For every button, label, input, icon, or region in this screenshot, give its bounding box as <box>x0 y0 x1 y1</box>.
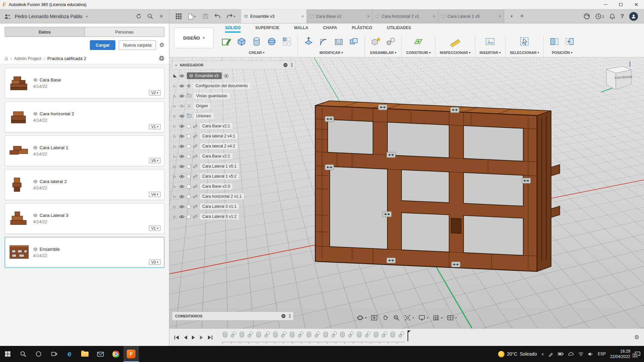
inspeccionar-menu[interactable]: INSPECCIONAR▾ <box>440 51 471 55</box>
minimize-panel-icon[interactable] <box>281 314 286 318</box>
skip-to-start-button[interactable] <box>174 335 179 340</box>
ribbon-tab-utilidades[interactable]: UTILIDADES <box>387 25 411 33</box>
new-folder-button[interactable]: Nueva carpeta <box>119 40 156 50</box>
root-component-chip[interactable]: Ensamble v3 <box>187 72 222 79</box>
ribbon-tab-solido[interactable]: SOLIDO <box>225 25 240 33</box>
seleccionar-menu[interactable]: SELECCIONAR▾ <box>510 51 539 55</box>
rectangular-pattern-button[interactable] <box>280 35 293 48</box>
visibility-eye-icon[interactable] <box>179 134 184 138</box>
zoom-button[interactable] <box>393 314 400 321</box>
timeline-body-feature-icon[interactable] <box>339 330 346 339</box>
home-icon[interactable]: ⌂ <box>5 55 8 61</box>
expand-arrow-icon[interactable]: ▷ <box>173 84 177 88</box>
ensamblar-menu[interactable]: ENSAMBLAR▾ <box>370 51 396 55</box>
timeline-body-feature-icon[interactable] <box>322 330 329 339</box>
undo-icon[interactable] <box>213 12 222 21</box>
timeline-track[interactable] <box>222 330 408 344</box>
pen-icon[interactable] <box>548 352 553 357</box>
tab-cara-lateral-1-v5[interactable]: Cara Lateral 1 v5 × <box>438 9 504 23</box>
skip-to-end-button[interactable] <box>208 335 213 340</box>
timeline-body-feature-icon[interactable] <box>389 330 396 339</box>
timeline-joint-feature-icon[interactable] <box>264 330 270 339</box>
measure-button[interactable] <box>449 35 462 48</box>
version-badge[interactable]: V3▾ <box>149 259 161 265</box>
visibility-eye-icon[interactable] <box>179 94 184 98</box>
upload-button[interactable]: Cargar <box>90 40 115 50</box>
visibility-eye-off-icon[interactable] <box>179 104 184 108</box>
tab-ensamble-v3[interactable]: Ensamble v3 × <box>241 9 307 23</box>
version-badge[interactable]: V4▾ <box>149 192 161 197</box>
capture-position-button[interactable] <box>548 35 561 48</box>
user-menu-caret-icon[interactable]: ▾ <box>86 15 88 18</box>
grid-settings-button[interactable]: ▾ <box>433 314 443 321</box>
refresh-icon[interactable] <box>134 12 143 21</box>
timeline-body-feature-icon[interactable] <box>289 330 296 339</box>
timeline-joint-feature-icon[interactable] <box>364 330 371 339</box>
expand-arrow-icon[interactable]: ▷ <box>173 165 177 168</box>
visibility-eye-icon[interactable] <box>179 205 184 208</box>
timeline-body-feature-icon[interactable] <box>238 330 245 339</box>
timeline-body-feature-icon[interactable] <box>373 330 379 339</box>
crear-menu[interactable]: CREAR▾ <box>249 51 265 55</box>
timeline-body-feature-icon[interactable] <box>255 330 262 339</box>
panel-settings-gear-icon[interactable]: ⚙ <box>159 42 164 49</box>
visibility-eye-icon[interactable] <box>179 144 184 148</box>
cortana-icon[interactable] <box>31 346 46 362</box>
navigator-row-component[interactable]: ▷ Cara horizontal 2 v1:1 <box>172 191 296 201</box>
look-at-button[interactable] <box>371 314 378 321</box>
ribbon-tab-malla[interactable]: MALLA <box>294 25 308 33</box>
navigator-row-component[interactable]: ▷ Cara lateral 2 v4:2 <box>172 141 296 151</box>
minimize-panel-icon[interactable] <box>283 63 288 67</box>
tab-close-icon[interactable]: × <box>498 14 501 19</box>
language-indicator[interactable]: ESP <box>598 352 606 356</box>
timeline-body-feature-icon[interactable] <box>272 330 279 339</box>
job-status-icon[interactable] <box>584 13 590 19</box>
timeline-joint-feature-icon[interactable] <box>280 330 287 339</box>
show-data-panel-icon[interactable] <box>174 12 183 21</box>
timeline-body-feature-icon[interactable] <box>356 330 363 339</box>
construir-menu[interactable]: CONSTRUIR▾ <box>406 51 431 55</box>
ribbon-tab-superficie[interactable]: SUPERFICIE <box>255 25 279 33</box>
new-component-button[interactable] <box>369 35 382 48</box>
tab-close-icon[interactable]: × <box>301 14 304 19</box>
navigator-row-saved-views[interactable]: ▷ Vistas guardadas <box>172 91 296 101</box>
notifications-bell-icon[interactable] <box>609 13 615 19</box>
navigator-row-component[interactable]: ▷ Cara Lateral 3 v1:2 <box>172 212 296 222</box>
expand-arrow-icon[interactable]: ▷ <box>173 215 177 219</box>
user-name[interactable]: Pedro Leonardo Mendoza Pablo <box>15 14 83 19</box>
list-item-cara-lateral-3[interactable]: Cara Lateral 3 4/14/22 V1▾ <box>5 203 164 234</box>
visibility-eye-icon[interactable] <box>179 114 184 118</box>
redo-icon[interactable]: ▾ <box>225 12 236 21</box>
step-forward-button[interactable] <box>200 335 204 340</box>
visibility-eye-icon[interactable] <box>179 84 184 88</box>
tab-list-caret-icon[interactable]: ▾ <box>507 12 516 21</box>
fit-view-button[interactable]: ▾ <box>404 314 414 321</box>
version-badge[interactable]: V5▾ <box>149 158 161 163</box>
weather-widget[interactable]: 20°C Soleado <box>498 351 537 357</box>
breadcrumb-project[interactable]: Admin Project <box>14 56 41 61</box>
navigator-row-component[interactable]: ▷ Cara Lateral 1 v5:1 <box>172 161 296 171</box>
expand-arrow-icon[interactable]: ▷ <box>173 114 177 118</box>
version-badge[interactable]: V1▾ <box>149 226 161 231</box>
expand-arrow-icon[interactable]: ▷ <box>173 94 177 98</box>
tab-datos[interactable]: Datos <box>5 27 85 37</box>
navigator-row-component[interactable]: ▷ Cara lateral 2 v4:1 <box>172 131 296 141</box>
help-icon[interactable]: ? <box>621 13 624 19</box>
wifi-icon[interactable] <box>578 352 584 356</box>
visibility-eye-icon[interactable] <box>179 155 184 158</box>
viewport-3d[interactable]: « NAVEGADOR Ensamble v3 ▷ <box>169 57 644 328</box>
version-badge[interactable]: V2▾ <box>149 90 161 96</box>
version-badge[interactable]: V1▾ <box>149 124 161 129</box>
expand-arrow-icon[interactable]: ▷ <box>173 134 177 138</box>
chrome-icon[interactable] <box>108 346 123 362</box>
create-cylinder-button[interactable] <box>250 35 263 48</box>
navigator-root-row[interactable]: Ensamble v3 <box>172 71 296 81</box>
visibility-eye-icon[interactable] <box>179 165 184 168</box>
hidden-icons-chevron[interactable]: ∧ <box>541 352 544 356</box>
minimize-button[interactable] <box>598 0 613 9</box>
start-button[interactable] <box>0 346 15 362</box>
expand-arrow-icon[interactable]: ▷ <box>173 175 177 178</box>
activate-component-radio-icon[interactable] <box>224 74 228 78</box>
expand-arrow-icon[interactable]: ▷ <box>173 155 177 158</box>
select-button[interactable] <box>518 35 531 48</box>
